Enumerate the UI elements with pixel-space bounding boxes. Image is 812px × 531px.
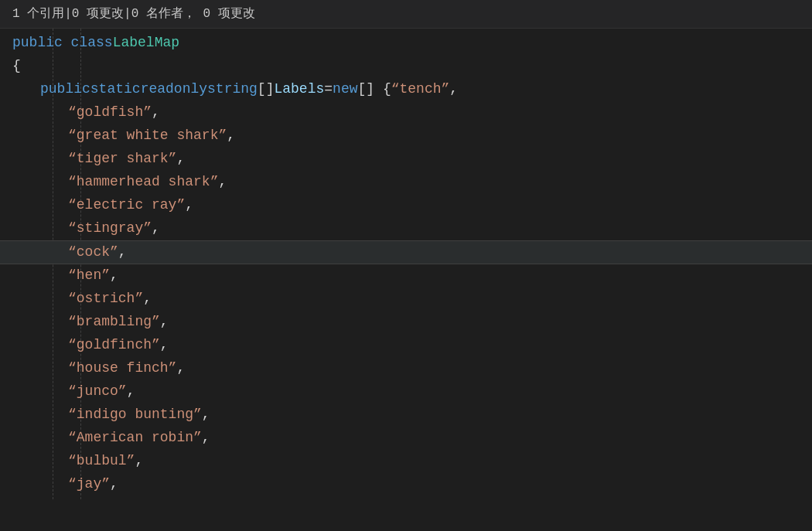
- code-line-american-robin: “American robin”,: [0, 427, 812, 450]
- code-line-junco: “junco”,: [0, 380, 812, 403]
- code-line-open-brace: {: [0, 55, 812, 78]
- code-editor: 1 个引用|0 项更改|0 名作者， 0 项更改 public class La…: [0, 0, 812, 531]
- new-brackets: [] {: [358, 78, 391, 100]
- string-tench: “tench”: [391, 78, 450, 100]
- code-line-electric-ray: “electric ray”,: [0, 194, 812, 217]
- sep2: |: [124, 7, 131, 21]
- code-line-indigo-bunting: “indigo bunting”,: [0, 403, 812, 427]
- string-cock: “cock”: [68, 241, 118, 264]
- code-line-cock: “cock”,: [0, 240, 812, 264]
- class-name: LabelMap: [113, 32, 179, 54]
- keyword-string-array: string: [207, 78, 258, 100]
- string-electric-ray: “electric ray”: [68, 194, 185, 216]
- reference-header: 1 个引用|0 项更改|0 名作者， 0 项更改: [0, 0, 812, 29]
- string-goldfish: “goldfish”: [68, 101, 152, 124]
- open-brace: {: [12, 55, 21, 77]
- string-hammerhead-shark: “hammerhead shark”: [68, 171, 218, 193]
- code-line-class: public class LabelMap: [0, 32, 812, 55]
- array-brackets: []: [258, 78, 275, 100]
- keyword-readonly: readonly: [141, 78, 207, 100]
- string-tiger-shark: “tiger shark”: [68, 148, 176, 170]
- code-line-bulbul: “bulbul”,: [0, 450, 812, 473]
- code-line-hen: “hen”,: [0, 264, 812, 288]
- changes-count-2: 0 项更改: [203, 7, 254, 21]
- keyword-new: new: [333, 78, 357, 100]
- code-line-brambling: “brambling”,: [0, 311, 812, 334]
- code-line-goldfish: “goldfish”,: [0, 101, 812, 124]
- string-great-white-shark: “great white shark”: [68, 124, 227, 147]
- string-goldfinch: “goldfinch”: [68, 334, 160, 356]
- keyword-static: static: [90, 78, 141, 100]
- code-line-house-finch: “house finch”,: [0, 357, 812, 380]
- authors-count: 0 名作者，: [131, 7, 196, 21]
- code-line-great-white-shark: “great white shark”,: [0, 124, 812, 148]
- ref-count: 1 个引用: [12, 7, 64, 21]
- sep1: |: [64, 7, 72, 21]
- code-line-field: public static readonly string[] Labels =…: [0, 78, 812, 101]
- variable-labels: Labels: [274, 78, 324, 100]
- code-line-goldfinch: “goldfinch”,: [0, 334, 812, 357]
- keyword-public: public: [40, 78, 90, 100]
- code-line-ostrich: “ostrich”,: [0, 288, 812, 311]
- changes-count-1: 0 项更改: [72, 7, 124, 21]
- code-area: public class LabelMap { public static re…: [0, 29, 812, 499]
- string-ostrich: “ostrich”: [68, 288, 143, 310]
- string-junco: “junco”: [68, 380, 127, 403]
- string-american-robin: “American robin”: [68, 427, 202, 449]
- string-house-finch: “house finch”: [68, 357, 176, 380]
- string-brambling: “brambling”: [68, 311, 160, 333]
- string-hen: “hen”: [68, 264, 110, 287]
- string-indigo-bunting: “indigo bunting”: [68, 403, 202, 426]
- code-line-tiger-shark: “tiger shark”,: [0, 148, 812, 171]
- string-bulbul: “bulbul”: [68, 450, 135, 472]
- comma-tench: ,: [449, 78, 458, 100]
- code-line-hammerhead-shark: “hammerhead shark”,: [0, 171, 812, 194]
- string-jay: “jay”: [68, 473, 110, 495]
- code-line-stingray: “stingray”,: [0, 217, 812, 240]
- keyword-public-class: public class: [12, 32, 113, 54]
- string-stingray: “stingray”: [68, 217, 152, 240]
- equals-sign: =: [324, 78, 333, 100]
- code-line-jay: “jay”,: [0, 473, 812, 496]
